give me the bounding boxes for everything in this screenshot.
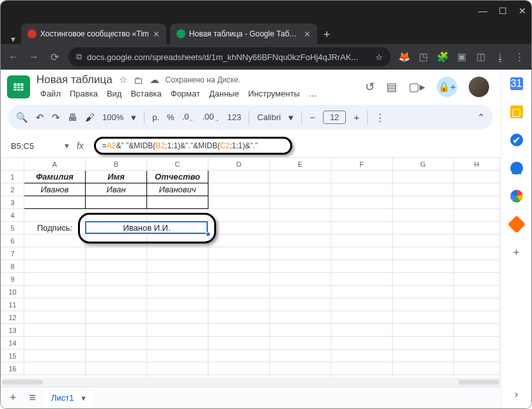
col-header-B[interactable]: B bbox=[86, 158, 147, 171]
cell-H13[interactable] bbox=[454, 324, 500, 337]
star-icon[interactable]: ☆ bbox=[375, 52, 383, 62]
add-sheet-button[interactable]: + bbox=[6, 391, 20, 405]
cell-D1[interactable] bbox=[208, 171, 270, 183]
cell-F2[interactable] bbox=[331, 183, 393, 196]
meet-icon[interactable]: ▢▸ bbox=[409, 80, 425, 94]
cell-B16[interactable] bbox=[86, 362, 147, 375]
reload-icon[interactable]: ⟳ bbox=[45, 51, 63, 63]
addon-icon[interactable] bbox=[507, 215, 525, 233]
cell-F10[interactable] bbox=[331, 286, 393, 298]
cell-F3[interactable] bbox=[331, 196, 393, 209]
row-header-16[interactable]: 16 bbox=[1, 362, 24, 375]
cell-E8[interactable] bbox=[270, 260, 331, 273]
percent-button[interactable]: % bbox=[167, 112, 175, 122]
cell-F13[interactable] bbox=[331, 324, 393, 337]
browser-menu-icon[interactable]: ⋮ bbox=[511, 51, 528, 63]
cell-G13[interactable] bbox=[393, 324, 454, 337]
addons-plus-icon[interactable]: + bbox=[510, 246, 523, 259]
cell-C15[interactable] bbox=[147, 350, 208, 362]
move-doc-icon[interactable]: 🗀 bbox=[134, 75, 143, 86]
font-chevron-icon[interactable]: ▾ bbox=[288, 112, 293, 123]
sheet-tab-1[interactable]: Лист1 ▼ bbox=[45, 390, 93, 405]
cell-H2[interactable] bbox=[454, 183, 500, 196]
row-header-10[interactable]: 10 bbox=[1, 286, 24, 298]
cell-G7[interactable] bbox=[393, 247, 454, 260]
number-format-button[interactable]: 123 bbox=[228, 112, 242, 122]
forward-icon[interactable]: → bbox=[25, 51, 43, 63]
cell-B10[interactable] bbox=[86, 286, 147, 298]
cell-B8[interactable] bbox=[86, 260, 147, 273]
cell-D10[interactable] bbox=[208, 286, 270, 298]
cell-B12[interactable] bbox=[86, 311, 147, 324]
cell-F17[interactable] bbox=[331, 375, 393, 378]
cell-B2[interactable]: Иван bbox=[86, 183, 147, 196]
calendar-icon[interactable]: 31 bbox=[510, 77, 523, 90]
cell-G10[interactable] bbox=[393, 286, 454, 298]
cell-H1[interactable] bbox=[454, 171, 500, 183]
cell-H11[interactable] bbox=[454, 298, 500, 311]
cell-F4[interactable] bbox=[331, 209, 393, 222]
omnibox[interactable]: ⧉ docs.google.com/spreadsheets/d/1m_khNN… bbox=[68, 47, 391, 66]
row-header-7[interactable]: 7 bbox=[1, 247, 24, 260]
cell-D5[interactable] bbox=[208, 222, 270, 235]
cell-B7[interactable] bbox=[86, 247, 147, 260]
sidepanel-icon[interactable]: ◫ bbox=[473, 51, 489, 63]
cell-C17[interactable] bbox=[147, 375, 208, 378]
cell-C13[interactable] bbox=[147, 324, 208, 337]
cell-D2[interactable] bbox=[208, 183, 270, 196]
cell-C8[interactable] bbox=[147, 260, 208, 273]
row-header-6[interactable]: 6 bbox=[1, 235, 24, 247]
font-size[interactable]: 12 bbox=[323, 111, 346, 124]
account-avatar[interactable] bbox=[469, 77, 489, 97]
cell-A17[interactable] bbox=[24, 375, 86, 378]
cell-E16[interactable] bbox=[270, 362, 331, 375]
keep-icon[interactable]: ▢ bbox=[510, 105, 523, 118]
cell-C9[interactable] bbox=[147, 273, 208, 286]
cell-H14[interactable] bbox=[454, 337, 500, 350]
cell-F8[interactable] bbox=[331, 260, 393, 273]
extension-generic-icon[interactable]: ◳ bbox=[415, 51, 432, 63]
selection-handle[interactable] bbox=[206, 232, 210, 236]
row-header-3[interactable]: 3 bbox=[1, 196, 24, 209]
cell-F5[interactable] bbox=[331, 222, 393, 235]
zoom-level[interactable]: 100% bbox=[102, 112, 123, 122]
history-icon[interactable]: ↺ bbox=[365, 80, 375, 94]
row-header-4[interactable]: 4 bbox=[1, 209, 24, 222]
cell-G4[interactable] bbox=[393, 209, 454, 222]
cell-D16[interactable] bbox=[208, 362, 270, 375]
cell-E11[interactable] bbox=[270, 298, 331, 311]
contacts-icon[interactable]: 👤 bbox=[510, 162, 523, 174]
cell-D11[interactable] bbox=[208, 298, 270, 311]
redo-icon[interactable]: ↷ bbox=[52, 112, 60, 123]
comments-icon[interactable]: ▤ bbox=[386, 80, 397, 94]
cell-D4[interactable] bbox=[208, 209, 270, 222]
paint-format-icon[interactable]: 🖌 bbox=[85, 112, 95, 123]
cell-H4[interactable] bbox=[454, 209, 500, 222]
menu-file[interactable]: Файл bbox=[36, 88, 65, 100]
cell-C10[interactable] bbox=[147, 286, 208, 298]
cell-G3[interactable] bbox=[393, 196, 454, 209]
menu-view[interactable]: Вид bbox=[103, 88, 126, 100]
cell-D17[interactable] bbox=[208, 375, 270, 378]
row-header-14[interactable]: 14 bbox=[1, 337, 24, 350]
cast-icon[interactable]: ▣ bbox=[453, 51, 470, 63]
hscroll-thumb-left[interactable] bbox=[2, 380, 43, 385]
cell-D13[interactable] bbox=[208, 324, 270, 337]
hscroll-thumb-right[interactable] bbox=[458, 380, 499, 385]
cell-C7[interactable] bbox=[147, 247, 208, 260]
cell-A8[interactable] bbox=[24, 260, 86, 273]
download-icon[interactable]: ⭳ bbox=[492, 52, 508, 63]
cell-C3[interactable] bbox=[147, 196, 208, 209]
browser-tab-1[interactable]: Хостинговое сообщество «Tim ✕ bbox=[21, 24, 166, 44]
cell-C11[interactable] bbox=[147, 298, 208, 311]
search-icon[interactable]: 🔍 bbox=[16, 112, 28, 123]
cell-C4[interactable] bbox=[147, 209, 208, 222]
cell-H6[interactable] bbox=[454, 235, 500, 247]
cell-H9[interactable] bbox=[454, 273, 500, 286]
cell-A3[interactable] bbox=[24, 196, 86, 209]
cell-A10[interactable] bbox=[24, 286, 86, 298]
cell-B14[interactable] bbox=[86, 337, 147, 350]
cell-A2[interactable]: Иванов bbox=[24, 183, 86, 196]
cell-C14[interactable] bbox=[147, 337, 208, 350]
cell-C2[interactable]: Иванович bbox=[147, 183, 208, 196]
